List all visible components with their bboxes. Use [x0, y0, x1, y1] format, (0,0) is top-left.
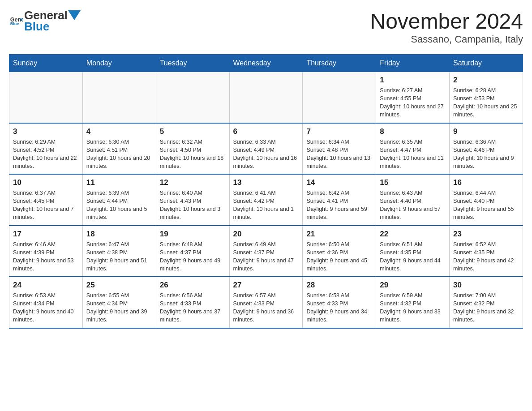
day-info: Sunrise: 6:28 AMSunset: 4:53 PMDaylight:…: [453, 86, 519, 119]
header-thursday: Thursday: [303, 55, 376, 72]
day-number: 30: [453, 281, 519, 290]
day-info: Sunrise: 6:43 AMSunset: 4:40 PMDaylight:…: [380, 189, 446, 222]
day-info: Sunrise: 6:59 AMSunset: 4:32 PMDaylight:…: [380, 291, 446, 324]
calendar-table: SundayMondayTuesdayWednesdayThursdayFrid…: [9, 54, 523, 329]
header-monday: Monday: [82, 55, 156, 72]
page-header: General Blue General Blue November 2024 …: [9, 9, 523, 45]
table-cell: 30Sunrise: 7:00 AMSunset: 4:32 PMDayligh…: [450, 277, 523, 328]
day-info: Sunrise: 6:32 AMSunset: 4:50 PMDaylight:…: [160, 138, 226, 171]
calendar-header: SundayMondayTuesdayWednesdayThursdayFrid…: [9, 55, 523, 72]
day-number: 6: [233, 127, 299, 136]
day-info: Sunrise: 6:35 AMSunset: 4:47 PMDaylight:…: [380, 138, 446, 171]
table-cell: 19Sunrise: 6:48 AMSunset: 4:37 PMDayligh…: [156, 226, 229, 277]
logo: General Blue General Blue: [9, 9, 81, 33]
day-number: 28: [306, 281, 372, 290]
table-cell: 29Sunrise: 6:59 AMSunset: 4:32 PMDayligh…: [376, 277, 450, 328]
calendar-subtitle: Sassano, Campania, Italy: [370, 34, 523, 45]
table-cell: 4Sunrise: 6:30 AMSunset: 4:51 PMDaylight…: [82, 123, 156, 175]
table-cell: 16Sunrise: 6:44 AMSunset: 4:40 PMDayligh…: [450, 174, 523, 226]
table-cell: 20Sunrise: 6:49 AMSunset: 4:37 PMDayligh…: [229, 226, 303, 277]
day-info: Sunrise: 6:30 AMSunset: 4:51 PMDaylight:…: [86, 138, 152, 171]
table-cell: [9, 72, 83, 123]
table-cell: 14Sunrise: 6:42 AMSunset: 4:41 PMDayligh…: [303, 174, 376, 226]
calendar-body: 1Sunrise: 6:27 AMSunset: 4:55 PMDaylight…: [9, 72, 523, 328]
day-number: 11: [86, 178, 152, 187]
day-number: 4: [86, 127, 152, 136]
table-cell: 25Sunrise: 6:55 AMSunset: 4:34 PMDayligh…: [82, 277, 156, 328]
table-cell: 26Sunrise: 6:56 AMSunset: 4:33 PMDayligh…: [156, 277, 229, 328]
table-cell: [229, 72, 303, 123]
table-cell: 15Sunrise: 6:43 AMSunset: 4:40 PMDayligh…: [376, 174, 450, 226]
day-number: 27: [233, 281, 299, 290]
day-number: 15: [380, 178, 446, 187]
day-info: Sunrise: 6:37 AMSunset: 4:45 PMDaylight:…: [13, 189, 79, 222]
day-info: Sunrise: 6:41 AMSunset: 4:42 PMDaylight:…: [233, 189, 299, 222]
header-tuesday: Tuesday: [156, 55, 229, 72]
day-number: 24: [13, 281, 79, 290]
day-number: 29: [380, 281, 446, 290]
day-info: Sunrise: 6:29 AMSunset: 4:52 PMDaylight:…: [13, 138, 79, 171]
day-number: 18: [86, 230, 152, 239]
day-number: 9: [453, 127, 519, 136]
day-info: Sunrise: 7:00 AMSunset: 4:32 PMDaylight:…: [453, 291, 519, 324]
day-info: Sunrise: 6:33 AMSunset: 4:49 PMDaylight:…: [233, 138, 299, 171]
week-row-5: 24Sunrise: 6:53 AMSunset: 4:34 PMDayligh…: [9, 277, 523, 328]
week-row-2: 3Sunrise: 6:29 AMSunset: 4:52 PMDaylight…: [9, 123, 523, 175]
day-info: Sunrise: 6:39 AMSunset: 4:44 PMDaylight:…: [86, 189, 152, 222]
day-number: 22: [380, 230, 446, 239]
days-of-week-row: SundayMondayTuesdayWednesdayThursdayFrid…: [9, 55, 523, 72]
svg-marker-3: [68, 10, 81, 20]
day-number: 19: [160, 230, 226, 239]
calendar-title: November 2024: [370, 9, 523, 34]
table-cell: 1Sunrise: 6:27 AMSunset: 4:55 PMDaylight…: [376, 72, 450, 123]
table-cell: 2Sunrise: 6:28 AMSunset: 4:53 PMDaylight…: [450, 72, 523, 123]
day-number: 7: [306, 127, 372, 136]
table-cell: 22Sunrise: 6:51 AMSunset: 4:35 PMDayligh…: [376, 226, 450, 277]
table-cell: 9Sunrise: 6:36 AMSunset: 4:46 PMDaylight…: [450, 123, 523, 175]
header-wednesday: Wednesday: [229, 55, 303, 72]
week-row-1: 1Sunrise: 6:27 AMSunset: 4:55 PMDaylight…: [9, 72, 523, 123]
table-cell: 23Sunrise: 6:52 AMSunset: 4:35 PMDayligh…: [450, 226, 523, 277]
table-cell: 10Sunrise: 6:37 AMSunset: 4:45 PMDayligh…: [9, 174, 83, 226]
day-number: 2: [453, 76, 519, 85]
day-number: 20: [233, 230, 299, 239]
table-cell: 6Sunrise: 6:33 AMSunset: 4:49 PMDaylight…: [229, 123, 303, 175]
day-info: Sunrise: 6:48 AMSunset: 4:37 PMDaylight:…: [160, 240, 226, 273]
day-info: Sunrise: 6:49 AMSunset: 4:37 PMDaylight:…: [233, 240, 299, 273]
day-info: Sunrise: 6:36 AMSunset: 4:46 PMDaylight:…: [453, 138, 519, 171]
day-info: Sunrise: 6:47 AMSunset: 4:38 PMDaylight:…: [86, 240, 152, 273]
table-cell: [156, 72, 229, 123]
day-number: 13: [233, 178, 299, 187]
table-cell: 5Sunrise: 6:32 AMSunset: 4:50 PMDaylight…: [156, 123, 229, 175]
logo-triangle-icon: [68, 10, 81, 20]
day-number: 25: [86, 281, 152, 290]
day-number: 21: [306, 230, 372, 239]
day-info: Sunrise: 6:44 AMSunset: 4:40 PMDaylight:…: [453, 189, 519, 222]
day-number: 14: [306, 178, 372, 187]
table-cell: 7Sunrise: 6:34 AMSunset: 4:48 PMDaylight…: [303, 123, 376, 175]
header-sunday: Sunday: [9, 55, 83, 72]
table-cell: 8Sunrise: 6:35 AMSunset: 4:47 PMDaylight…: [376, 123, 450, 175]
day-number: 12: [160, 178, 226, 187]
table-cell: 3Sunrise: 6:29 AMSunset: 4:52 PMDaylight…: [9, 123, 83, 175]
calendar-title-block: November 2024 Sassano, Campania, Italy: [370, 9, 523, 45]
table-cell: [82, 72, 156, 123]
day-number: 23: [453, 230, 519, 239]
table-cell: 18Sunrise: 6:47 AMSunset: 4:38 PMDayligh…: [82, 226, 156, 277]
day-info: Sunrise: 6:27 AMSunset: 4:55 PMDaylight:…: [380, 86, 446, 119]
table-cell: 12Sunrise: 6:40 AMSunset: 4:43 PMDayligh…: [156, 174, 229, 226]
table-cell: 27Sunrise: 6:57 AMSunset: 4:33 PMDayligh…: [229, 277, 303, 328]
day-number: 3: [13, 127, 79, 136]
day-info: Sunrise: 6:53 AMSunset: 4:34 PMDaylight:…: [13, 291, 79, 324]
day-number: 1: [380, 76, 446, 85]
logo-blue-text: Blue: [24, 20, 81, 33]
day-number: 16: [453, 178, 519, 187]
day-info: Sunrise: 6:57 AMSunset: 4:33 PMDaylight:…: [233, 291, 299, 324]
day-number: 17: [13, 230, 79, 239]
day-info: Sunrise: 6:55 AMSunset: 4:34 PMDaylight:…: [86, 291, 152, 324]
day-number: 8: [380, 127, 446, 136]
day-number: 26: [160, 281, 226, 290]
week-row-4: 17Sunrise: 6:46 AMSunset: 4:39 PMDayligh…: [9, 226, 523, 277]
table-cell: 21Sunrise: 6:50 AMSunset: 4:36 PMDayligh…: [303, 226, 376, 277]
header-friday: Friday: [376, 55, 450, 72]
